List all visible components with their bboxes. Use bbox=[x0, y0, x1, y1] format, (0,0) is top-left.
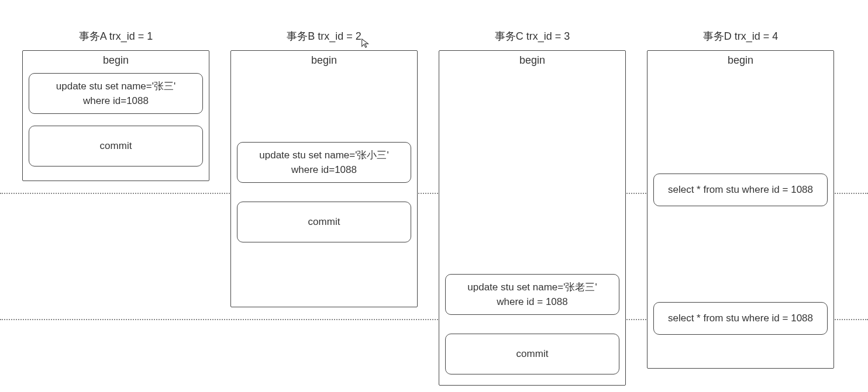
tx-a-begin: begin bbox=[23, 51, 209, 71]
tx-b-update: update stu set name='张小三' where id=1088 bbox=[237, 142, 411, 183]
tx-a-box: begin update stu set name='张三' where id=… bbox=[22, 50, 209, 181]
tx-c-title: 事务C trx_id = 3 bbox=[439, 29, 626, 43]
tx-d-begin: begin bbox=[647, 51, 833, 71]
diagram-stage: 事务A trx_id = 1 begin update stu set name… bbox=[0, 0, 868, 392]
tx-a-update: update stu set name='张三' where id=1088 bbox=[29, 73, 203, 114]
tx-d-select2: select * from stu where id = 1088 bbox=[653, 302, 828, 335]
tx-d-select1: select * from stu where id = 1088 bbox=[653, 174, 828, 206]
tx-b-box: begin update stu set name='张小三' where id… bbox=[230, 50, 418, 307]
tx-a-title: 事务A trx_id = 1 bbox=[22, 29, 209, 43]
tx-b-commit: commit bbox=[237, 202, 411, 242]
tx-b-title: 事务B trx_id = 2 bbox=[230, 29, 418, 43]
tx-d-box: begin select * from stu where id = 1088 … bbox=[647, 50, 834, 369]
tx-a-commit: commit bbox=[29, 126, 203, 166]
tx-b-begin: begin bbox=[231, 51, 417, 71]
tx-c-box: begin update stu set name='张老三' where id… bbox=[439, 50, 626, 386]
tx-c-begin: begin bbox=[439, 51, 625, 71]
tx-d-title: 事务D trx_id = 4 bbox=[647, 29, 834, 43]
tx-c-update: update stu set name='张老三' where id = 108… bbox=[445, 274, 619, 315]
tx-c-commit: commit bbox=[445, 334, 619, 374]
